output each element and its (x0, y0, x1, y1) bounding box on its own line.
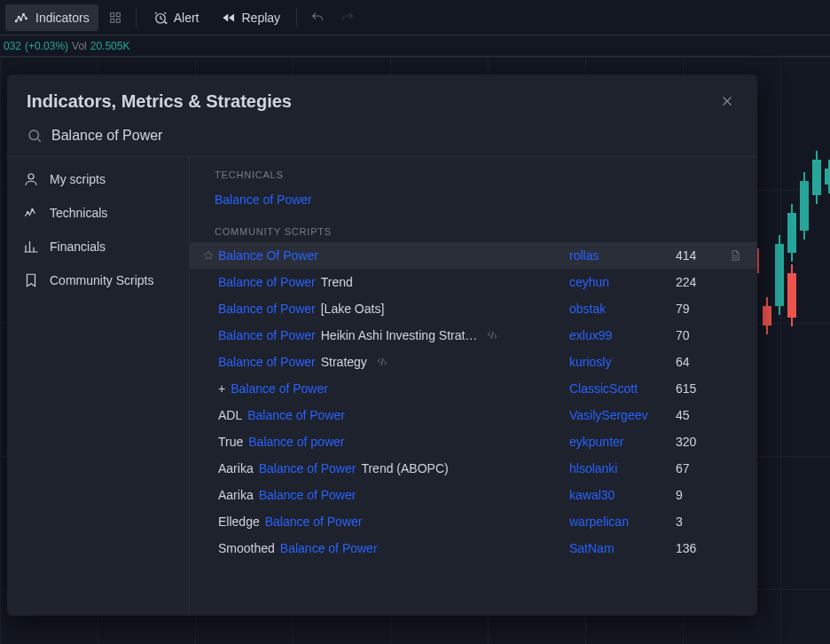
result-count: 3 (676, 514, 725, 529)
result-author[interactable]: eykpunter (569, 435, 676, 449)
replay-button[interactable]: Replay (212, 4, 290, 31)
community-result-row[interactable]: Balance of Power Trendceyhun224 (190, 269, 757, 295)
templates-button[interactable] (102, 4, 129, 31)
results-content[interactable]: TECHNICALS Balance of Power COMMUNITY SC… (190, 157, 757, 616)
community-result-row[interactable]: Aarika Balance of Powerkawal309 (190, 482, 757, 508)
result-author[interactable]: VasilySergeev (569, 408, 676, 422)
replay-icon (221, 10, 237, 26)
result-count: 79 (676, 302, 725, 316)
close-icon (719, 93, 735, 109)
grid-icon (107, 10, 123, 26)
redo-button[interactable] (334, 4, 361, 31)
result-count: 615 (676, 381, 725, 396)
result-author[interactable]: ClassicScott (569, 381, 676, 396)
svg-rect-8 (116, 19, 120, 22)
result-count: 70 (676, 328, 725, 342)
search-icon (27, 128, 43, 144)
sidebar-item-technicals[interactable]: Technicals (7, 196, 189, 230)
community-result-row[interactable]: Smoothed Balance of PowerSatNam136 (190, 535, 757, 562)
close-button[interactable] (716, 90, 738, 112)
result-count: 67 (676, 461, 725, 475)
indicators-button[interactable]: Indicators (5, 4, 98, 31)
separator (136, 8, 137, 27)
result-name: + Balance of Power (218, 381, 569, 396)
favorite-star[interactable] (199, 249, 218, 262)
sidebar-item-label: Community Scripts (50, 273, 153, 287)
result-count: 320 (676, 435, 725, 449)
indicators-label: Indicators (35, 11, 90, 25)
svg-rect-6 (116, 12, 120, 16)
separator (296, 8, 297, 27)
result-author[interactable]: obstak (569, 302, 676, 316)
result-name: True Balance of power (218, 435, 569, 449)
result-name: Balance of Power Heikin Ashi Investing S… (218, 328, 569, 342)
result-name: ADL Balance of Power (218, 408, 569, 422)
indicators-icon (14, 10, 30, 26)
change-pct: (+0.03%) (25, 40, 68, 52)
result-count: 136 (676, 541, 725, 555)
result-author[interactable]: kawal30 (569, 488, 676, 502)
status-bar: 032 (+0.03%) Vol 20.505K (0, 35, 830, 57)
svg-rect-5 (110, 12, 114, 16)
result-author[interactable]: exlux99 (569, 328, 676, 342)
result-author[interactable]: kuriosly (569, 355, 676, 369)
result-name: Balance of Power Strategy (218, 355, 569, 369)
result-name: Elledge Balance of Power (218, 514, 569, 529)
alert-button[interactable]: Alert (144, 4, 208, 31)
alert-label: Alert (174, 11, 200, 25)
sidebar-item-label: My scripts (50, 172, 106, 186)
search-input[interactable] (51, 128, 738, 144)
section-technicals-header: TECHNICALS (190, 157, 757, 185)
search-wrap (7, 121, 757, 157)
community-result-row[interactable]: Balance Of Powerrollas414 (190, 242, 757, 269)
community-result-row[interactable]: Balance of Power Heikin Ashi Investing S… (190, 322, 757, 349)
community-result-row[interactable]: Balance of Power Strategykuriosly64 (190, 349, 757, 375)
community-result-row[interactable]: Elledge Balance of Powerwarpelican3 (190, 508, 757, 535)
person-icon (23, 171, 39, 187)
result-count: 9 (676, 488, 725, 502)
result-name: Smoothed Balance of Power (218, 541, 569, 555)
result-name: Balance of Power Trend (218, 275, 569, 289)
undo-button[interactable] (304, 4, 331, 31)
indicators-modal: Indicators, Metrics & Strategies My scri… (7, 75, 757, 616)
result-author[interactable]: hlsolanki (569, 461, 676, 475)
modal-header: Indicators, Metrics & Strategies (7, 75, 757, 121)
result-author[interactable]: SatNam (569, 541, 676, 555)
result-name: Aarika Balance of Power Trend (ABOPC) (218, 461, 569, 475)
modal-title: Indicators, Metrics & Strategies (27, 91, 292, 112)
community-result-row[interactable]: ADL Balance of PowerVasilySergeev45 (190, 402, 757, 428)
alert-icon (153, 10, 168, 26)
technicals-icon (23, 205, 39, 221)
strategy-icon (376, 355, 390, 369)
sidebar-item-financials[interactable]: Financials (7, 230, 189, 263)
result-author[interactable]: warpelican (569, 514, 676, 529)
result-author[interactable]: ceyhun (569, 275, 676, 289)
change-abs: 032 (4, 40, 21, 52)
sidebar: My scripts Technicals Financials Communi… (7, 157, 190, 616)
result-count: 45 (676, 408, 725, 422)
modal-body: My scripts Technicals Financials Communi… (7, 157, 757, 616)
technicals-result[interactable]: Balance of Power (190, 185, 757, 214)
sidebar-item-my-scripts[interactable]: My scripts (7, 162, 189, 196)
result-name: Balance of Power [Lake Oats] (218, 302, 569, 316)
community-result-row[interactable]: Aarika Balance of Power Trend (ABOPC)hls… (190, 455, 757, 482)
sidebar-item-label: Technicals (50, 206, 107, 220)
sidebar-item-community-scripts[interactable]: Community Scripts (7, 263, 189, 297)
community-result-row[interactable]: + Balance of PowerClassicScott615 (190, 375, 757, 402)
vol-value: 20.505K (90, 40, 130, 52)
strategy-icon (486, 328, 500, 342)
bookmark-icon (23, 272, 39, 288)
replay-label: Replay (242, 11, 281, 25)
svg-point-10 (29, 130, 39, 140)
undo-icon (309, 10, 325, 26)
vol-label: Vol (72, 40, 87, 52)
result-name: Aarika Balance of Power (218, 488, 569, 502)
redo-icon (340, 10, 356, 26)
result-count: 64 (676, 355, 725, 369)
community-result-row[interactable]: True Balance of powereykpunter320 (190, 428, 757, 455)
financials-icon (23, 239, 39, 255)
community-result-row[interactable]: Balance of Power [Lake Oats]obstak79 (190, 295, 757, 322)
result-source[interactable] (725, 249, 745, 262)
result-author[interactable]: rollas (569, 248, 676, 263)
sidebar-item-label: Financials (50, 240, 106, 254)
